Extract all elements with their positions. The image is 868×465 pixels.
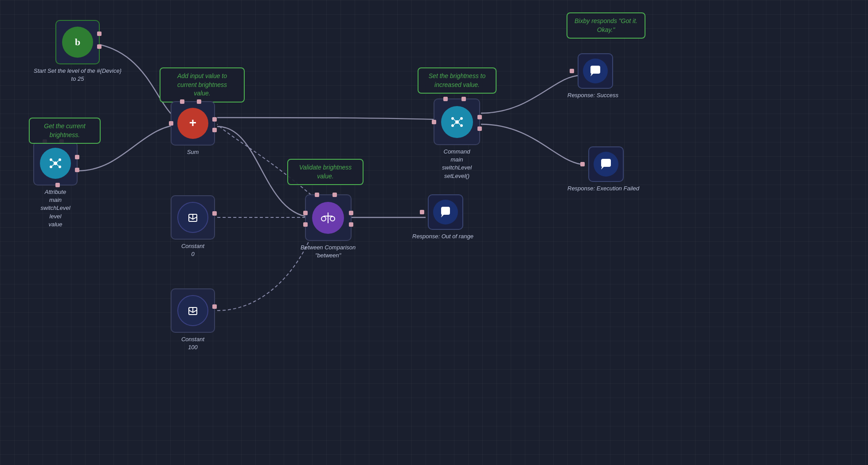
- response-failed-node[interactable]: Response: Execution Failed: [567, 146, 639, 193]
- attribute-node[interactable]: AttributemainswitchLevellevelvalue: [33, 141, 78, 229]
- start-node[interactable]: b Start Set the level of the #{Device} t…: [33, 20, 122, 83]
- svg-point-7: [50, 166, 52, 168]
- response-out-of-range-node[interactable]: Response: Out of range: [412, 194, 473, 240]
- svg-point-8: [59, 166, 61, 168]
- svg-point-30: [451, 117, 454, 120]
- svg-point-31: [460, 117, 463, 120]
- svg-point-6: [59, 158, 61, 161]
- svg-text:+: +: [189, 116, 196, 130]
- sum-node[interactable]: + Sum: [171, 101, 215, 156]
- response-success-node[interactable]: Response: Success: [567, 53, 618, 99]
- svg-text:b: b: [75, 36, 80, 47]
- constant100-node[interactable]: Constant100: [171, 288, 215, 351]
- svg-point-32: [451, 124, 454, 127]
- tooltip-add-brightness: Add input value tocurrent brightnessvalu…: [160, 67, 245, 102]
- bixby-tooltip: Bixby responds "Got it.Okay.": [567, 12, 645, 39]
- svg-point-5: [50, 158, 52, 161]
- tooltip-validate: Validate brightnessvalue.: [287, 159, 364, 185]
- command-node[interactable]: CommandmainswitchLevelsetLevel(): [434, 99, 480, 180]
- tooltip-get-brightness: Get the currentbrightness.: [29, 118, 101, 144]
- svg-point-33: [460, 124, 463, 127]
- tooltip-set-brightness: Set the brightness toincreased value.: [418, 67, 497, 94]
- between-node[interactable]: Between Comparison"between": [301, 194, 356, 260]
- constant0-node[interactable]: Constant0: [171, 195, 215, 258]
